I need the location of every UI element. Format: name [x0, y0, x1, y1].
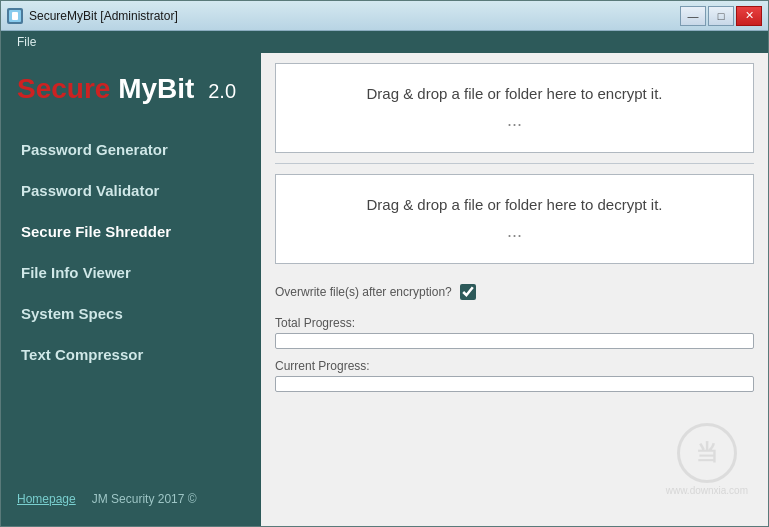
sidebar-item-secure-file-shredder[interactable]: Secure File Shredder	[1, 211, 261, 252]
logo-version: 2.0	[208, 80, 236, 102]
main-window: SecureMyBit [Administrator] — □ ✕ File S…	[0, 0, 769, 527]
sidebar: Secure MyBit 2.0 Password Generator Pass…	[1, 53, 261, 526]
sidebar-footer: Homepage JM Security 2017 ©	[1, 482, 261, 516]
main-wrapper: Drag & drop a file or folder here to enc…	[261, 53, 768, 526]
svg-rect-1	[12, 12, 18, 20]
overwrite-checkbox[interactable]	[460, 284, 476, 300]
logo-area: Secure MyBit 2.0	[1, 53, 261, 129]
copyright-text: JM Security 2017 ©	[92, 492, 197, 506]
overwrite-label: Overwrite file(s) after encryption?	[275, 285, 452, 299]
maximize-button[interactable]: □	[708, 6, 734, 26]
encrypt-drop-zone[interactable]: Drag & drop a file or folder here to enc…	[275, 63, 754, 153]
sidebar-item-system-specs[interactable]: System Specs	[1, 293, 261, 334]
minimize-button[interactable]: —	[680, 6, 706, 26]
current-progress-bar	[275, 376, 754, 392]
total-progress-bar	[275, 333, 754, 349]
encrypt-drop-dots: ...	[507, 110, 522, 131]
total-progress-label: Total Progress:	[275, 316, 754, 330]
divider-1	[275, 163, 754, 164]
logo-secure: Secure	[17, 73, 110, 104]
progress-area: Total Progress: Current Progress:	[261, 310, 768, 398]
total-progress-section: Total Progress:	[275, 316, 754, 349]
menu-file[interactable]: File	[9, 33, 44, 51]
homepage-link[interactable]: Homepage	[17, 492, 76, 506]
sidebar-item-password-validator[interactable]: Password Validator	[1, 170, 261, 211]
sidebar-item-text-compressor[interactable]: Text Compressor	[1, 334, 261, 375]
logo: Secure MyBit 2.0	[17, 73, 236, 104]
current-progress-section: Current Progress:	[275, 359, 754, 392]
sidebar-item-password-generator[interactable]: Password Generator	[1, 129, 261, 170]
decrypt-drop-dots: ...	[507, 221, 522, 242]
sidebar-item-file-info-viewer[interactable]: File Info Viewer	[1, 252, 261, 293]
menu-bar: File	[1, 31, 768, 53]
nav-items: Password Generator Password Validator Se…	[1, 129, 261, 482]
title-text: SecureMyBit [Administrator]	[29, 9, 178, 23]
logo-mybit: MyBit	[118, 73, 194, 104]
main-content: Drag & drop a file or folder here to enc…	[261, 53, 768, 526]
close-button[interactable]: ✕	[736, 6, 762, 26]
decrypt-drop-text: Drag & drop a file or folder here to dec…	[367, 196, 663, 213]
decrypt-drop-zone[interactable]: Drag & drop a file or folder here to dec…	[275, 174, 754, 264]
title-bar: SecureMyBit [Administrator] — □ ✕	[1, 1, 768, 31]
app-body: Secure MyBit 2.0 Password Generator Pass…	[1, 53, 768, 526]
current-progress-label: Current Progress:	[275, 359, 754, 373]
encrypt-drop-text: Drag & drop a file or folder here to enc…	[367, 85, 663, 102]
window-controls: — □ ✕	[680, 6, 762, 26]
options-area: Overwrite file(s) after encryption?	[261, 274, 768, 310]
app-icon	[7, 8, 23, 24]
